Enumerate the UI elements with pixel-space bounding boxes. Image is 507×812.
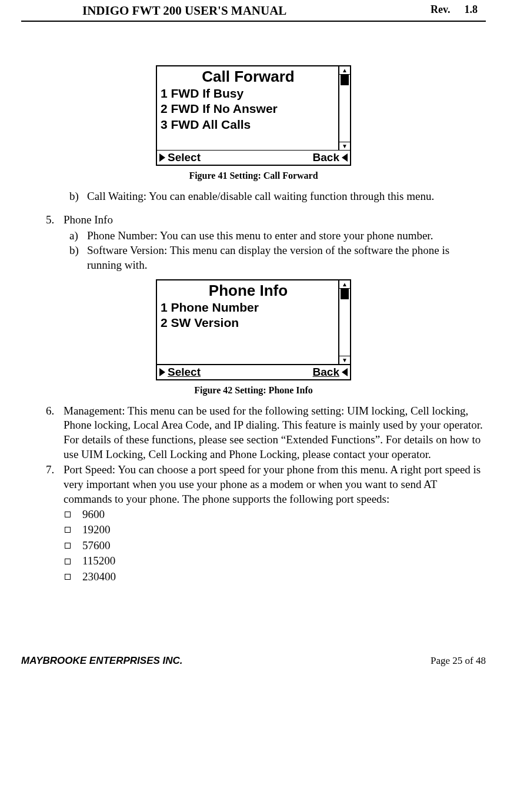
softkey-right-icon: [342, 368, 348, 376]
square-bullet-icon: [65, 512, 71, 517]
screen-title: Call Forward: [161, 68, 336, 86]
scroll-down-icon: ▼: [339, 142, 350, 150]
scroll-up-icon: ▲: [339, 280, 350, 289]
menu-item: 1 Phone Number: [161, 300, 336, 315]
page-header: INDIGO FWT 200 USER'S MANUAL Rev. 1.8: [21, 0, 486, 18]
list-label: b): [69, 243, 87, 272]
square-bullet-icon: [65, 559, 71, 564]
softkey-left-label: Select: [168, 366, 201, 379]
list-item: 230400: [82, 569, 116, 585]
doc-revision: Rev. 1.8: [431, 4, 478, 18]
rev-label: Rev.: [431, 4, 451, 16]
scrollbar: ▲ ▼: [338, 280, 350, 364]
softkey-left-icon: [159, 153, 165, 162]
footer-company: MAYBROOKE ENTERPRISES INC.: [21, 655, 183, 667]
list-label: 5.: [46, 213, 64, 228]
list-item: 115200: [82, 553, 115, 569]
softkey-left-label: Select: [168, 151, 201, 164]
softkey-right-label: Back: [313, 366, 339, 379]
menu-item: 2 SW Version: [161, 315, 336, 330]
scroll-thumb: [341, 289, 349, 299]
body-text: Port Speed: You can choose a port speed …: [64, 463, 486, 506]
doc-title: INDIGO FWT 200 USER'S MANUAL: [82, 4, 286, 18]
menu-item: 2 FWD If No Answer: [161, 101, 336, 116]
figure-caption: Figure 42 Setting: Phone Info: [21, 385, 486, 396]
menu-item: 1 FWD If Busy: [161, 86, 336, 101]
menu-item: 3 FWD All Calls: [161, 117, 336, 132]
footer-page-number: Page 25 of 48: [431, 655, 486, 667]
scroll-up-icon: ▲: [339, 66, 350, 75]
screen-title: Phone Info: [161, 282, 336, 300]
rev-value: 1.8: [465, 4, 478, 16]
softkey-right-icon: [342, 153, 348, 162]
body-text: Phone Number: You can use this menu to e…: [87, 229, 433, 243]
body-text: Software Version: This menu can display …: [87, 243, 486, 272]
body-text: Call Waiting: You can enable/disable cal…: [87, 189, 434, 204]
list-item: 19200: [82, 522, 111, 538]
scroll-thumb: [341, 75, 349, 85]
lcd-screen-call-forward: Call Forward 1 FWD If Busy 2 FWD If No A…: [156, 65, 351, 166]
list-item: 57600: [82, 538, 111, 554]
list-label: 6.: [46, 404, 64, 462]
square-bullet-icon: [65, 543, 71, 549]
lcd-screen-phone-info: Phone Info 1 Phone Number 2 SW Version ▲…: [156, 279, 351, 380]
page-footer: MAYBROOKE ENTERPRISES INC. Page 25 of 48: [0, 655, 507, 667]
scroll-down-icon: ▼: [339, 356, 350, 364]
scrollbar: ▲ ▼: [338, 66, 350, 150]
square-bullet-icon: [65, 527, 71, 533]
header-divider: [21, 21, 486, 22]
list-label: 7.: [46, 463, 64, 506]
softkey-left-icon: [159, 368, 165, 376]
list-item: 9600: [82, 507, 105, 523]
softkey-right-label: Back: [313, 151, 339, 164]
list-label: a): [69, 229, 87, 243]
body-text: Management: This menu can be used for th…: [64, 404, 486, 462]
figure-caption: Figure 41 Setting: Call Forward: [21, 171, 486, 181]
body-text: Phone Info: [64, 213, 113, 228]
list-label: b): [69, 189, 87, 204]
square-bullet-icon: [65, 574, 71, 580]
